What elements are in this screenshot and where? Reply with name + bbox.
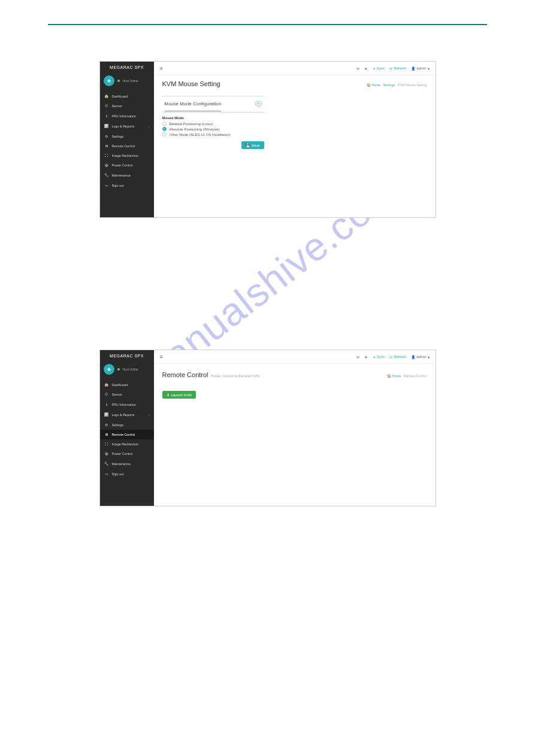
- option-other[interactable]: Other Mode (SLES-11 OS Installation): [162, 132, 264, 136]
- menu-label: Remote Control: [112, 433, 135, 436]
- option-relative[interactable]: Relative Positioning (Linux): [162, 122, 264, 126]
- help-icon[interactable]: ?: [255, 101, 262, 107]
- sidebar-item-settings[interactable]: ⚙Settings: [100, 420, 154, 430]
- signout-icon: ↪: [104, 183, 109, 187]
- chevron-right-icon: ›: [149, 413, 150, 417]
- user-icon: 👤: [411, 66, 415, 71]
- mail-icon[interactable]: ✉: [356, 66, 359, 71]
- sidebar-item-maintenance[interactable]: 🔧Maintenance: [100, 170, 154, 180]
- crumb-home[interactable]: Home: [392, 374, 401, 378]
- download-icon: ⬇: [167, 393, 170, 397]
- document-page: manualshive.com MEGARAC SPX ★ Host Onlin…: [0, 0, 535, 566]
- hamburger-icon[interactable]: ≡: [160, 354, 163, 360]
- gear-icon: ⚙: [104, 423, 109, 427]
- button-row: 💾Save: [162, 141, 264, 149]
- save-button[interactable]: 💾Save: [241, 141, 264, 149]
- sync-icon: ✦: [373, 66, 376, 71]
- radio-icon: [162, 132, 167, 136]
- sidebar-item-logs[interactable]: 📊Logs & Reports›: [100, 121, 154, 131]
- menu-label: Remote Control: [112, 144, 135, 148]
- screenshot-remote-control: MEGARAC SPX ★ Host Online 🏠Dashboard ⏱Se…: [99, 350, 436, 506]
- fullscreen-icon: ⛶: [104, 154, 109, 157]
- info-icon: ℹ: [104, 114, 109, 118]
- page-header: KVM Mouse Setting 🏠 Home Settings KVM Mo…: [154, 75, 436, 92]
- page-header: Remote Control Power Control & Remote KV…: [154, 364, 436, 384]
- sidebar-item-fru[interactable]: ℹFRU Information: [100, 111, 154, 121]
- menu-label: Image Redirection: [112, 154, 139, 157]
- host-status: ★ Host Online: [100, 362, 154, 377]
- sidebar-item-logs[interactable]: 📊Logs & Reports›: [100, 409, 154, 420]
- sync-button[interactable]: ✦ Sync: [373, 66, 385, 71]
- breadcrumb: 🏠 Home Remote Control: [387, 374, 427, 378]
- warning-icon[interactable]: ▲: [364, 355, 368, 359]
- main-panel: ≡ ✉ ▲ ✦ Sync ⟳ Refresh 👤 admin ▾ Remote …: [154, 350, 436, 506]
- crumb-settings[interactable]: Settings: [383, 83, 395, 87]
- crumb-home[interactable]: Home: [371, 83, 380, 87]
- star-icon: ★: [104, 75, 114, 86]
- sidebar-item-signout[interactable]: ↪Sign out: [100, 180, 154, 190]
- menu-label: Sign out: [112, 184, 124, 187]
- gauge-icon: ⏱: [104, 104, 109, 108]
- option-label: Other Mode (SLES-11 OS Installation): [170, 133, 231, 136]
- menu-label: FRU Information: [112, 114, 136, 118]
- sidebar-menu: 🏠Dashboard ⏱Sensor ℹFRU Information 📊Log…: [100, 91, 154, 190]
- user-label: admin: [416, 355, 426, 359]
- sidebar-item-fru[interactable]: ℹFRU Information: [100, 399, 154, 409]
- sidebar-item-dashboard[interactable]: 🏠Dashboard: [100, 379, 154, 390]
- sidebar-item-settings[interactable]: ⚙Settings: [100, 131, 154, 141]
- home-icon: 🏠: [104, 382, 109, 387]
- sidebar-item-image-redirect[interactable]: ⛶Image Redirection: [100, 151, 154, 160]
- launch-kvm-button[interactable]: ⬇Launch KVM: [162, 391, 196, 399]
- fullscreen-icon: ⛶: [104, 442, 109, 446]
- sidebar-item-remote[interactable]: 🖥Remote Control: [100, 141, 154, 151]
- sidebar-item-sensor[interactable]: ⏱Sensor: [100, 101, 154, 111]
- host-status-label: Host Online: [123, 368, 138, 371]
- menu-label: Sensor: [112, 393, 122, 396]
- menu-label: Logs & Reports: [112, 125, 135, 128]
- power-icon: ⏻: [104, 452, 109, 456]
- home-icon: 🏠: [104, 94, 109, 98]
- topbar: ≡ ✉ ▲ ✦ Sync ⟳ Refresh 👤 admin ▾: [154, 350, 436, 364]
- sidebar-item-dashboard[interactable]: 🏠Dashboard: [100, 91, 154, 101]
- menu-label: Dashboard: [112, 383, 128, 387]
- refresh-icon: ⟳: [389, 355, 392, 359]
- option-absolute[interactable]: Absolute Positioning (Windows): [162, 127, 264, 131]
- caret-down-icon: ▾: [428, 66, 430, 71]
- logo: MEGARAC SPX: [100, 350, 154, 362]
- user-menu[interactable]: 👤 admin ▾: [411, 355, 429, 359]
- crumb-current: Remote Control: [404, 374, 427, 378]
- sidebar-item-power[interactable]: ⏻Power Control: [100, 160, 154, 170]
- logo: MEGARAC SPX: [100, 62, 154, 73]
- power-icon: ⏻: [104, 163, 109, 167]
- sidebar-item-signout[interactable]: ↪Sign out: [100, 469, 154, 479]
- content: ⬇Launch KVM: [154, 384, 436, 408]
- sync-icon: ✦: [373, 355, 376, 359]
- warning-icon[interactable]: ▲: [364, 66, 368, 70]
- refresh-button[interactable]: ⟳ Refresh: [389, 355, 406, 359]
- save-label: Save: [252, 144, 260, 147]
- user-label: admin: [416, 66, 426, 70]
- option-label: Absolute Positioning (Windows): [170, 127, 220, 131]
- user-menu[interactable]: 👤 admin ▾: [411, 66, 429, 71]
- sync-button[interactable]: ✦ Sync: [373, 355, 385, 359]
- sidebar-item-power[interactable]: ⏻Power Control: [100, 449, 154, 459]
- sidebar-item-sensor[interactable]: ⏱Sensor: [100, 390, 154, 399]
- sidebar-item-remote[interactable]: 🖥Remote Control: [100, 430, 154, 439]
- mail-icon[interactable]: ✉: [356, 355, 359, 359]
- gauge-icon: ⏱: [104, 393, 109, 396]
- chart-icon: 📊: [104, 124, 109, 128]
- hamburger-icon[interactable]: ≡: [160, 65, 163, 71]
- page-title: Remote Control: [162, 371, 208, 378]
- sidebar-item-image-redirect[interactable]: ⛶Image Redirection: [100, 439, 154, 449]
- screenshot-kvm-mouse: MEGARAC SPX ★ Host Online 🏠Dashboard ⏱Se…: [99, 61, 436, 218]
- menu-label: FRU Information: [112, 403, 136, 406]
- sync-label: Sync: [377, 355, 385, 359]
- sidebar: MEGARAC SPX ★ Host Online 🏠Dashboard ⏱Se…: [100, 350, 154, 506]
- menu-label: Power Control: [112, 452, 133, 456]
- sidebar-item-maintenance[interactable]: 🔧Maintenance: [100, 459, 154, 469]
- online-dot-icon: [117, 368, 120, 371]
- host-status-label: Host Online: [123, 79, 138, 83]
- page-title: KVM Mouse Setting: [162, 80, 220, 87]
- radio-icon: [162, 122, 167, 126]
- refresh-button[interactable]: ⟳ Refresh: [389, 66, 406, 71]
